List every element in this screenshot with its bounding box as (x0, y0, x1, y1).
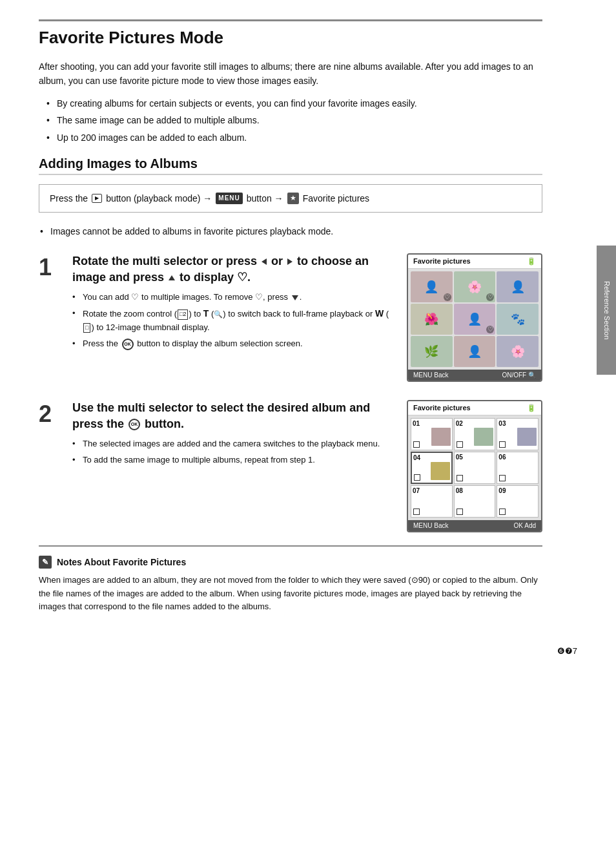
step-1-bullet-1: You can add ♡ to multiple images. To rem… (72, 291, 394, 304)
arrow-right-icon (287, 258, 293, 265)
album-cell-04: 04 (411, 452, 453, 484)
album-01-thumb (431, 428, 451, 446)
figure-2: 🌸 (467, 280, 482, 294)
step-1-screen: Favorite pictures 🔋 👤 ♡ 🌸 ♡ 👤 (407, 253, 542, 382)
album-08-checkbox (457, 508, 463, 515)
album-09-num: 09 (498, 487, 506, 494)
step-1-body: Rotate the multi selector or press or to… (72, 253, 394, 353)
grid-cell-8: 👤 (454, 336, 496, 367)
album-03-num: 03 (498, 420, 506, 427)
check-5: ♡ (486, 326, 494, 333)
figure-9: 🌸 (511, 344, 525, 359)
figure-7: 🌿 (424, 344, 438, 359)
ok-button-icon (122, 339, 134, 350)
screen-2-footer-left: MENU Back (413, 522, 448, 529)
notes-title: Notes About Favorite Pictures (57, 557, 186, 567)
album-02-thumb (474, 428, 493, 446)
screen-1-footer-left: MENU Back (413, 372, 448, 379)
step-1-title: Rotate the multi selector or press or to… (72, 253, 394, 286)
screen-1-battery-icon: 🔋 (527, 257, 536, 266)
album-03-checkbox (499, 441, 506, 448)
cannot-add-note: Images cannot be added to albums in favo… (39, 224, 542, 238)
grid-cell-6: 🐾 (497, 304, 539, 335)
album-06-num: 06 (498, 454, 506, 461)
notes-section: ✎ Notes About Favorite Pictures When ima… (39, 545, 542, 614)
notes-body: When images are added to an album, they … (39, 574, 542, 614)
arrow-left-icon (262, 258, 267, 265)
step-2: 2 Use the multi selector to select the d… (39, 400, 542, 532)
album-01-num: 01 (413, 420, 420, 427)
step-2-screen: Favorite pictures 🔋 01 02 (407, 400, 542, 532)
album-08-num: 08 (456, 487, 463, 494)
screen-1-footer: MENU Back ON/OFF 🔍 (408, 370, 541, 381)
album-cell-07: 07 (411, 485, 453, 518)
menu-button-icon: MENU (216, 193, 242, 204)
section-2-heading: Adding Images to Albums (39, 156, 542, 175)
figure-8: 👤 (467, 344, 482, 359)
album-cell-05: 05 (454, 452, 496, 484)
grid-cell-4: 🌺 (411, 304, 453, 335)
notes-heading: ✎ Notes About Favorite Pictures (39, 556, 542, 569)
screen-1-footer-right: ON/OFF 🔍 (502, 372, 536, 379)
step-1-bullets: You can add ♡ to multiple images. To rem… (72, 291, 394, 350)
album-cell-01: 01 (411, 418, 453, 450)
step-1-bullet-2: Rotate the zoom control (□2) to T (🔍) to… (72, 307, 394, 334)
album-cell-02: 02 (454, 418, 496, 450)
figure-4: 🌺 (424, 312, 438, 326)
screen-2-title: Favorite pictures (413, 404, 471, 412)
screen-2-battery-icon: 🔋 (527, 404, 536, 412)
album-06-checkbox (499, 475, 506, 481)
instruction-box: Press the button (playback mode) → MENU … (39, 184, 542, 213)
page-number: ❻❼7 (0, 640, 616, 669)
figure-1: 👤 (424, 280, 438, 294)
step-2-bullet-2: To add the same image to multiple albums… (72, 454, 394, 466)
album-cell-03: 03 (497, 418, 539, 450)
album-grid: 01 02 03 (408, 415, 541, 520)
album-05-checkbox (457, 475, 463, 481)
album-cell-06: 06 (497, 452, 539, 484)
note-icon: ✎ (39, 556, 52, 569)
album-07-checkbox (413, 508, 420, 515)
step-1-number: 1 (39, 256, 59, 279)
arrow-up-icon (169, 275, 175, 280)
album-05-num: 05 (456, 454, 463, 461)
screen-1-grid: 👤 ♡ 🌸 ♡ 👤 🌺 👤 ♡ (408, 269, 541, 370)
intro-bullet-1: By creating albums for certain subjects … (45, 96, 542, 110)
screen-2-footer: MENU Back OK Add (408, 520, 541, 531)
grid-cell-7: 🌿 (411, 336, 453, 367)
zoom-box-icon: □2 (178, 309, 188, 320)
page-title: Favorite Pictures Mode (39, 19, 542, 48)
figure-3: 👤 (511, 280, 525, 294)
step-2-bullets: The selected images are added and the ca… (72, 437, 394, 466)
album-03-thumb (517, 428, 537, 446)
intro-bullet-3: Up to 200 images can be added to each al… (45, 131, 542, 145)
screen-2-footer-right: OK Add (514, 522, 536, 529)
album-04-checkbox (414, 474, 420, 481)
album-09-checkbox (499, 508, 506, 515)
album-02-checkbox (457, 441, 463, 448)
grid-cell-5: 👤 ♡ (454, 304, 496, 335)
favorite-star-icon (287, 193, 299, 204)
instruction-text1: button (playback mode) → (106, 191, 212, 205)
steps-container: 1 Rotate the multi selector or press or … (39, 253, 542, 532)
cannot-add-text: Images cannot be added to albums in favo… (39, 224, 542, 238)
check-2: ♡ (486, 293, 494, 301)
album-cell-09: 09 (497, 485, 539, 518)
step-2-body: Use the multi selector to select the des… (72, 400, 394, 470)
step-2-number: 2 (39, 403, 59, 426)
album-04-thumb (431, 462, 450, 480)
album-07-num: 07 (413, 487, 420, 494)
arrow-down-icon (292, 295, 298, 300)
album-02-num: 02 (456, 420, 463, 427)
step-1-bullet-3: Press the button to display the album se… (72, 337, 394, 350)
instruction-prefix: Press the (50, 191, 88, 205)
ok-button-icon-2 (128, 419, 140, 430)
instruction-text2: button → (247, 191, 283, 205)
album-cell-08: 08 (454, 485, 496, 518)
intro-bullets: By creating albums for certain subjects … (45, 96, 542, 145)
screen-1-header: Favorite pictures 🔋 (408, 255, 541, 269)
grid-cell-9: 🌸 (497, 336, 539, 367)
grid-cell-2: 🌸 ♡ (454, 271, 496, 302)
sidebar-label: Reference Section (597, 246, 616, 375)
check-1: ♡ (444, 293, 451, 301)
